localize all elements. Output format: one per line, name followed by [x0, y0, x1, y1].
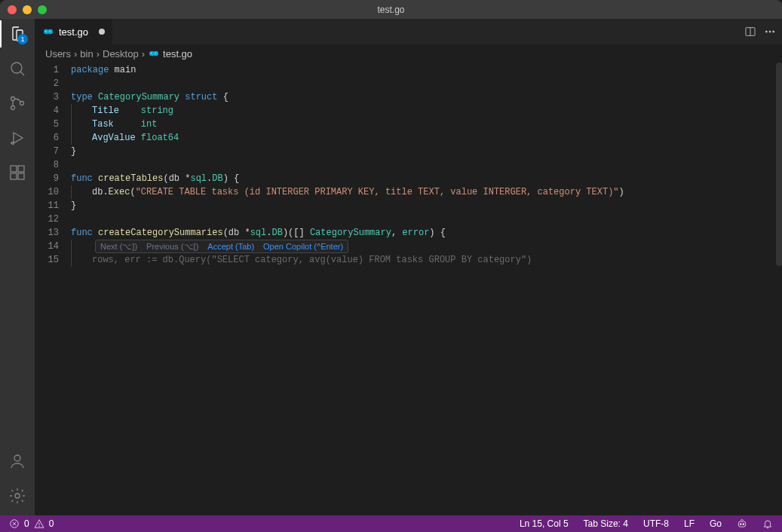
code-line[interactable]: type CategorySummary struct { [71, 90, 782, 104]
line-number: 2 [35, 77, 59, 90]
status-language-mode[interactable]: Go [707, 518, 725, 529]
status-tab-size[interactable]: Tab Size: 4 [581, 518, 631, 529]
copilot-accept-button[interactable]: Accept (Tab) [207, 240, 254, 253]
code-editor[interactable]: 123456789101112131415 package maintype C… [35, 63, 782, 515]
line-number: 1 [35, 63, 59, 77]
line-number: 8 [35, 158, 59, 172]
breadcrumb[interactable]: Users › bin › Desktop › test.go [35, 44, 782, 63]
tab-test-go[interactable]: test.go [35, 19, 113, 44]
code-line[interactable]: Next (⌥])Previous (⌥[)Accept (Tab)Open C… [71, 240, 782, 253]
code-line[interactable]: Title string [71, 104, 782, 118]
line-number: 9 [35, 172, 59, 185]
line-number: 10 [35, 185, 59, 199]
svg-point-3 [11, 106, 15, 110]
source-control-icon[interactable] [8, 94, 26, 112]
copilot-inline-toolbar[interactable]: Next (⌥])Previous (⌥[)Accept (Tab)Open C… [95, 240, 348, 253]
code-token: } [71, 146, 76, 157]
search-icon[interactable] [8, 60, 26, 78]
code-token: AvgValue [92, 133, 141, 143]
window-maximize-button[interactable] [38, 5, 47, 14]
line-number: 3 [35, 90, 59, 104]
accounts-icon[interactable] [8, 452, 26, 470]
status-notifications-icon[interactable] [759, 518, 776, 529]
status-eol[interactable]: LF [681, 518, 698, 529]
error-icon [9, 518, 20, 529]
code-line[interactable]: } [71, 199, 782, 212]
status-cursor-position[interactable]: Ln 15, Col 5 [517, 518, 572, 529]
copilot-previous-button[interactable]: Previous (⌥[) [146, 240, 198, 253]
chevron-right-icon: › [142, 48, 145, 60]
crumb-file[interactable]: test.go [148, 47, 192, 60]
settings-gear-icon[interactable] [8, 487, 26, 505]
code-token: (db * [223, 228, 250, 238]
more-actions-icon[interactable] [764, 26, 776, 38]
code-line[interactable] [71, 212, 782, 226]
line-number-gutter: 123456789101112131415 [35, 63, 71, 515]
window-minimize-button[interactable] [23, 5, 32, 14]
code-token: DB [212, 173, 222, 184]
code-token: )([] [283, 228, 310, 238]
code-token: float64 [141, 133, 179, 143]
code-line[interactable] [71, 158, 782, 172]
crumb-desktop[interactable]: Desktop [103, 48, 139, 60]
code-line[interactable]: func createTables(db *sql.DB) { [71, 172, 782, 185]
code-line[interactable]: } [71, 145, 782, 158]
code-token: func [71, 228, 98, 238]
svg-rect-7 [11, 166, 17, 172]
code-line[interactable]: rows, err := db.Query("SELECT category, … [71, 253, 782, 267]
status-bar: 0 0 Ln 15, Col 5 Tab Size: 4 UTF-8 LF Go [0, 515, 782, 532]
status-copilot-icon[interactable] [734, 518, 750, 529]
code-token: DB [271, 228, 282, 238]
code-token: createTables [98, 173, 163, 184]
svg-point-25 [155, 53, 155, 54]
status-warning-count: 0 [49, 518, 54, 529]
split-editor-icon[interactable] [744, 26, 756, 38]
code-line[interactable]: db.Exec("CREATE TABLE tasks (id INTERGER… [71, 185, 782, 199]
code-line[interactable]: package main [71, 63, 782, 77]
code-line[interactable] [71, 77, 782, 90]
chevron-right-icon: › [74, 48, 77, 60]
line-number: 5 [35, 118, 59, 131]
line-number: 13 [35, 226, 59, 240]
code-token: sql [190, 173, 207, 184]
window-title: test.go [0, 5, 782, 15]
svg-marker-5 [14, 133, 23, 143]
run-debug-icon[interactable] [8, 129, 26, 147]
titlebar: test.go [0, 0, 782, 19]
code-token: main [115, 65, 136, 75]
code-token: ) { [429, 228, 446, 238]
code-line[interactable]: AvgValue float64 [71, 131, 782, 145]
line-number: 6 [35, 131, 59, 145]
code-line[interactable]: func createCategorySummaries(db *sql.DB)… [71, 226, 782, 240]
svg-rect-10 [18, 166, 24, 172]
tab-dirty-indicator [99, 29, 105, 35]
status-encoding[interactable]: UTF-8 [640, 518, 672, 529]
crumb-bin[interactable]: bin [80, 48, 93, 60]
code-token: int [141, 119, 158, 130]
svg-line-1 [20, 72, 24, 75]
status-error-count: 0 [24, 518, 29, 529]
svg-point-14 [48, 29, 53, 35]
code-token: Title [92, 105, 141, 116]
explorer-icon[interactable]: 1 [8, 25, 26, 43]
extensions-icon[interactable] [8, 164, 26, 182]
window-close-button[interactable] [8, 5, 17, 14]
svg-point-30 [38, 526, 39, 527]
code-token: db. [92, 187, 109, 197]
copilot-open-button[interactable]: Open Copilot (^Enter) [263, 240, 343, 253]
code-token: (db * [163, 173, 190, 184]
copilot-next-button[interactable]: Next (⌥]) [100, 240, 137, 253]
code-token: "CREATE TABLE tasks (id INTERGER PRIMARY… [136, 187, 619, 197]
svg-point-21 [773, 31, 774, 32]
activity-bar: 1 [0, 19, 35, 515]
code-token: createCategorySummaries [98, 228, 223, 238]
code-lines[interactable]: package maintype CategorySummary struct … [71, 63, 782, 515]
status-problems[interactable]: 0 0 [6, 518, 57, 529]
code-token: error [402, 228, 429, 238]
code-token: package [71, 65, 115, 75]
code-token: CategorySummary [310, 228, 391, 238]
code-token: struct [185, 92, 222, 102]
crumb-users[interactable]: Users [45, 48, 71, 60]
line-number: 7 [35, 145, 59, 158]
code-line[interactable]: Task int [71, 118, 782, 131]
